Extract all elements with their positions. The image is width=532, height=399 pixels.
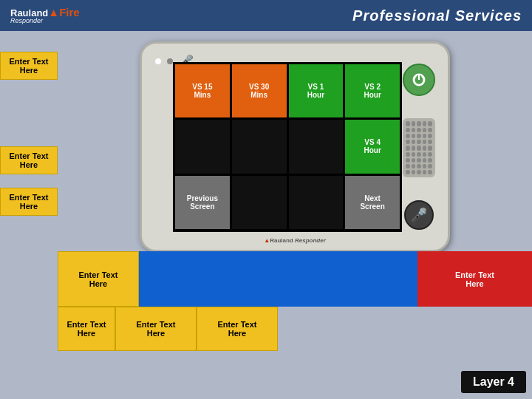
- bottom-label-right: Enter Text Here: [417, 251, 532, 307]
- device-screen: VS 15Mins VS 30Mins VS 1Hour VS 2Hour VS…: [173, 62, 402, 232]
- label-top: Enter Text Here: [0, 52, 58, 80]
- header: Rauland▲Fire Responder Professional Serv…: [0, 0, 532, 31]
- screen-btn-empty1[interactable]: [175, 120, 230, 174]
- screen-btn-prev[interactable]: PreviousScreen: [175, 176, 230, 230]
- page-title: Professional Services: [352, 7, 522, 24]
- mic-button[interactable]: 🎤: [404, 200, 434, 230]
- indicator-dot-white: [155, 58, 161, 64]
- screen-btn-vs2h[interactable]: VS 2Hour: [345, 64, 400, 118]
- logo-rauland: Rauland▲Fire: [10, 7, 80, 18]
- spacer-left2: [0, 307, 58, 351]
- power-button[interactable]: [403, 64, 435, 96]
- screen-btn-vs4h[interactable]: VS 4Hour: [345, 120, 400, 174]
- label-mid: Enter Text Here: [0, 146, 58, 174]
- speaker-grille: [403, 118, 435, 177]
- screen-btn-empty2[interactable]: [232, 120, 287, 174]
- device-logo: ▲Rauland Responder: [264, 237, 326, 244]
- screen-btn-next[interactable]: NextScreen: [345, 176, 400, 230]
- bottom-col2: Enter Text Here: [115, 307, 197, 351]
- screen-btn-empty5[interactable]: [289, 176, 344, 230]
- bottom-col1: Enter Text Here: [58, 307, 115, 351]
- logo-responder: Responder: [10, 18, 80, 25]
- bottom-spacer-right: [278, 307, 532, 351]
- logo: Rauland▲Fire Responder: [10, 7, 80, 25]
- device: 🎤 VS 15Mins VS 30Mins VS 1Hour VS 2Hour …: [140, 41, 450, 252]
- screen-btn-empty3[interactable]: [289, 120, 344, 174]
- bottom-row2: Enter Text Here Enter Text Here Enter Te…: [0, 307, 532, 351]
- screen-btn-vs1h[interactable]: VS 1Hour: [289, 64, 344, 118]
- bottom-blue-area: [139, 251, 417, 307]
- bottom-row1: Enter Text Here Enter Text Here: [0, 251, 532, 307]
- power-icon: [411, 72, 427, 88]
- device-right-controls: 🎤: [398, 44, 440, 250]
- screen-btn-vs15[interactable]: VS 15Mins: [175, 64, 230, 118]
- spacer-left: [0, 251, 58, 307]
- screen-btn-empty4[interactable]: [232, 176, 287, 230]
- bottom-label-left: Enter Text Here: [58, 251, 139, 307]
- screen-btn-vs30[interactable]: VS 30Mins: [232, 64, 287, 118]
- bottom-section: Enter Text Here Enter Text Here Enter Te…: [0, 251, 532, 399]
- layer-badge: Layer 4: [461, 371, 526, 393]
- indicator-dot-gray: [167, 58, 173, 64]
- label-bot: Enter Text Here: [0, 188, 58, 216]
- bottom-col3: Enter Text Here: [197, 307, 278, 351]
